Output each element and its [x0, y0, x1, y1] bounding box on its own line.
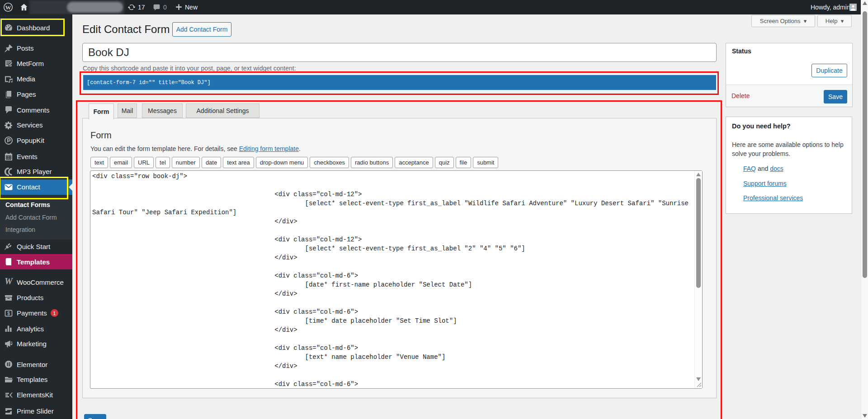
svg-text:W: W [5, 278, 13, 286]
svg-text:$: $ [7, 311, 10, 316]
svg-text:W: W [5, 4, 11, 11]
